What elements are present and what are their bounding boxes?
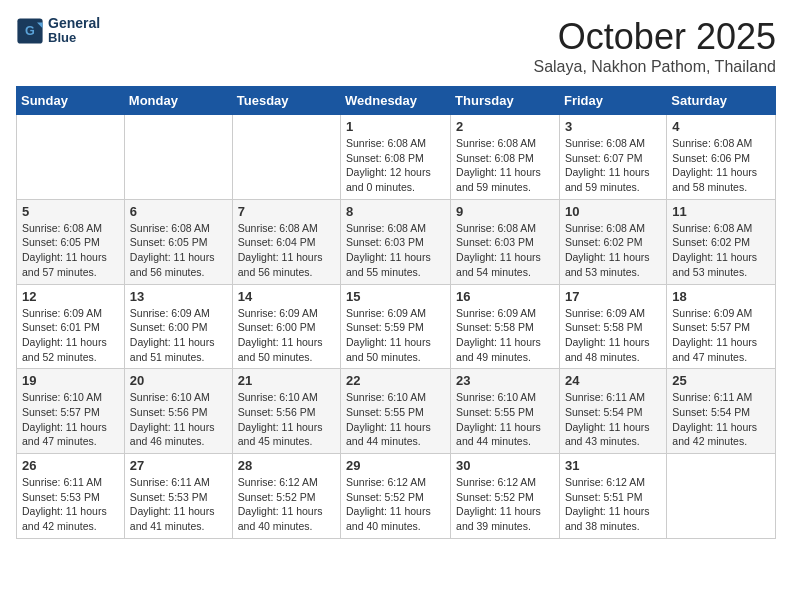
- calendar-day-cell: 24Sunrise: 6:11 AM Sunset: 5:54 PM Dayli…: [559, 369, 666, 454]
- calendar-week-row: 5Sunrise: 6:08 AM Sunset: 6:05 PM Daylig…: [17, 199, 776, 284]
- calendar-day-cell: 5Sunrise: 6:08 AM Sunset: 6:05 PM Daylig…: [17, 199, 125, 284]
- logo-line2: Blue: [48, 31, 100, 45]
- day-number: 13: [130, 289, 227, 304]
- calendar-table: SundayMondayTuesdayWednesdayThursdayFrid…: [16, 86, 776, 539]
- logo-text: General Blue: [48, 16, 100, 46]
- calendar-day-cell: 20Sunrise: 6:10 AM Sunset: 5:56 PM Dayli…: [124, 369, 232, 454]
- calendar-week-row: 12Sunrise: 6:09 AM Sunset: 6:01 PM Dayli…: [17, 284, 776, 369]
- day-info: Sunrise: 6:08 AM Sunset: 6:05 PM Dayligh…: [22, 221, 119, 280]
- day-info: Sunrise: 6:12 AM Sunset: 5:52 PM Dayligh…: [456, 475, 554, 534]
- calendar-day-cell: 7Sunrise: 6:08 AM Sunset: 6:04 PM Daylig…: [232, 199, 340, 284]
- day-info: Sunrise: 6:08 AM Sunset: 6:04 PM Dayligh…: [238, 221, 335, 280]
- day-number: 26: [22, 458, 119, 473]
- day-number: 2: [456, 119, 554, 134]
- day-number: 11: [672, 204, 770, 219]
- day-info: Sunrise: 6:09 AM Sunset: 5:58 PM Dayligh…: [456, 306, 554, 365]
- day-info: Sunrise: 6:08 AM Sunset: 6:08 PM Dayligh…: [346, 136, 445, 195]
- day-info: Sunrise: 6:10 AM Sunset: 5:55 PM Dayligh…: [346, 390, 445, 449]
- calendar-day-cell: 6Sunrise: 6:08 AM Sunset: 6:05 PM Daylig…: [124, 199, 232, 284]
- day-number: 5: [22, 204, 119, 219]
- calendar-day-cell: 22Sunrise: 6:10 AM Sunset: 5:55 PM Dayli…: [341, 369, 451, 454]
- calendar-day-cell: 27Sunrise: 6:11 AM Sunset: 5:53 PM Dayli…: [124, 454, 232, 539]
- calendar-day-cell: 25Sunrise: 6:11 AM Sunset: 5:54 PM Dayli…: [667, 369, 776, 454]
- calendar-day-cell: 21Sunrise: 6:10 AM Sunset: 5:56 PM Dayli…: [232, 369, 340, 454]
- logo-line1: General: [48, 16, 100, 31]
- day-info: Sunrise: 6:08 AM Sunset: 6:08 PM Dayligh…: [456, 136, 554, 195]
- day-number: 29: [346, 458, 445, 473]
- day-info: Sunrise: 6:08 AM Sunset: 6:02 PM Dayligh…: [565, 221, 661, 280]
- day-number: 31: [565, 458, 661, 473]
- day-info: Sunrise: 6:12 AM Sunset: 5:51 PM Dayligh…: [565, 475, 661, 534]
- day-info: Sunrise: 6:08 AM Sunset: 6:05 PM Dayligh…: [130, 221, 227, 280]
- calendar-day-cell: 14Sunrise: 6:09 AM Sunset: 6:00 PM Dayli…: [232, 284, 340, 369]
- day-info: Sunrise: 6:12 AM Sunset: 5:52 PM Dayligh…: [346, 475, 445, 534]
- location-title: Salaya, Nakhon Pathom, Thailand: [533, 58, 776, 76]
- day-number: 10: [565, 204, 661, 219]
- calendar-day-cell: 15Sunrise: 6:09 AM Sunset: 5:59 PM Dayli…: [341, 284, 451, 369]
- day-info: Sunrise: 6:08 AM Sunset: 6:02 PM Dayligh…: [672, 221, 770, 280]
- day-number: 23: [456, 373, 554, 388]
- weekday-header-cell: Tuesday: [232, 87, 340, 115]
- day-info: Sunrise: 6:12 AM Sunset: 5:52 PM Dayligh…: [238, 475, 335, 534]
- day-number: 18: [672, 289, 770, 304]
- calendar-day-cell: 9Sunrise: 6:08 AM Sunset: 6:03 PM Daylig…: [451, 199, 560, 284]
- day-number: 8: [346, 204, 445, 219]
- day-number: 4: [672, 119, 770, 134]
- calendar-day-cell: 19Sunrise: 6:10 AM Sunset: 5:57 PM Dayli…: [17, 369, 125, 454]
- weekday-header-cell: Wednesday: [341, 87, 451, 115]
- logo-icon: G: [16, 17, 44, 45]
- day-number: 6: [130, 204, 227, 219]
- day-number: 20: [130, 373, 227, 388]
- day-info: Sunrise: 6:10 AM Sunset: 5:57 PM Dayligh…: [22, 390, 119, 449]
- svg-text:G: G: [25, 24, 35, 38]
- calendar-day-cell: 18Sunrise: 6:09 AM Sunset: 5:57 PM Dayli…: [667, 284, 776, 369]
- day-info: Sunrise: 6:08 AM Sunset: 6:03 PM Dayligh…: [456, 221, 554, 280]
- day-number: 22: [346, 373, 445, 388]
- weekday-header-cell: Thursday: [451, 87, 560, 115]
- day-info: Sunrise: 6:09 AM Sunset: 5:58 PM Dayligh…: [565, 306, 661, 365]
- day-number: 30: [456, 458, 554, 473]
- day-number: 16: [456, 289, 554, 304]
- calendar-day-cell: 8Sunrise: 6:08 AM Sunset: 6:03 PM Daylig…: [341, 199, 451, 284]
- day-info: Sunrise: 6:09 AM Sunset: 6:00 PM Dayligh…: [238, 306, 335, 365]
- calendar-day-cell: 4Sunrise: 6:08 AM Sunset: 6:06 PM Daylig…: [667, 115, 776, 200]
- day-info: Sunrise: 6:11 AM Sunset: 5:54 PM Dayligh…: [565, 390, 661, 449]
- calendar-week-row: 1Sunrise: 6:08 AM Sunset: 6:08 PM Daylig…: [17, 115, 776, 200]
- day-info: Sunrise: 6:11 AM Sunset: 5:53 PM Dayligh…: [22, 475, 119, 534]
- weekday-header-cell: Friday: [559, 87, 666, 115]
- day-number: 17: [565, 289, 661, 304]
- day-number: 27: [130, 458, 227, 473]
- day-number: 9: [456, 204, 554, 219]
- calendar-day-cell: 28Sunrise: 6:12 AM Sunset: 5:52 PM Dayli…: [232, 454, 340, 539]
- weekday-header-cell: Saturday: [667, 87, 776, 115]
- calendar-day-cell: 26Sunrise: 6:11 AM Sunset: 5:53 PM Dayli…: [17, 454, 125, 539]
- weekday-header-row: SundayMondayTuesdayWednesdayThursdayFrid…: [17, 87, 776, 115]
- day-info: Sunrise: 6:09 AM Sunset: 5:57 PM Dayligh…: [672, 306, 770, 365]
- calendar-day-cell: 3Sunrise: 6:08 AM Sunset: 6:07 PM Daylig…: [559, 115, 666, 200]
- day-number: 12: [22, 289, 119, 304]
- day-info: Sunrise: 6:10 AM Sunset: 5:56 PM Dayligh…: [130, 390, 227, 449]
- calendar-day-cell: 16Sunrise: 6:09 AM Sunset: 5:58 PM Dayli…: [451, 284, 560, 369]
- day-number: 14: [238, 289, 335, 304]
- calendar-day-cell: [232, 115, 340, 200]
- day-number: 1: [346, 119, 445, 134]
- calendar-day-cell: 10Sunrise: 6:08 AM Sunset: 6:02 PM Dayli…: [559, 199, 666, 284]
- day-info: Sunrise: 6:10 AM Sunset: 5:56 PM Dayligh…: [238, 390, 335, 449]
- day-info: Sunrise: 6:08 AM Sunset: 6:03 PM Dayligh…: [346, 221, 445, 280]
- day-info: Sunrise: 6:08 AM Sunset: 6:06 PM Dayligh…: [672, 136, 770, 195]
- calendar-day-cell: 2Sunrise: 6:08 AM Sunset: 6:08 PM Daylig…: [451, 115, 560, 200]
- weekday-header-cell: Sunday: [17, 87, 125, 115]
- day-info: Sunrise: 6:11 AM Sunset: 5:53 PM Dayligh…: [130, 475, 227, 534]
- calendar-day-cell: 30Sunrise: 6:12 AM Sunset: 5:52 PM Dayli…: [451, 454, 560, 539]
- day-number: 19: [22, 373, 119, 388]
- title-section: October 2025 Salaya, Nakhon Pathom, Thai…: [533, 16, 776, 76]
- day-info: Sunrise: 6:11 AM Sunset: 5:54 PM Dayligh…: [672, 390, 770, 449]
- day-number: 24: [565, 373, 661, 388]
- day-number: 3: [565, 119, 661, 134]
- calendar-week-row: 19Sunrise: 6:10 AM Sunset: 5:57 PM Dayli…: [17, 369, 776, 454]
- day-number: 21: [238, 373, 335, 388]
- day-number: 28: [238, 458, 335, 473]
- day-number: 25: [672, 373, 770, 388]
- calendar-day-cell: 13Sunrise: 6:09 AM Sunset: 6:00 PM Dayli…: [124, 284, 232, 369]
- calendar-day-cell: 12Sunrise: 6:09 AM Sunset: 6:01 PM Dayli…: [17, 284, 125, 369]
